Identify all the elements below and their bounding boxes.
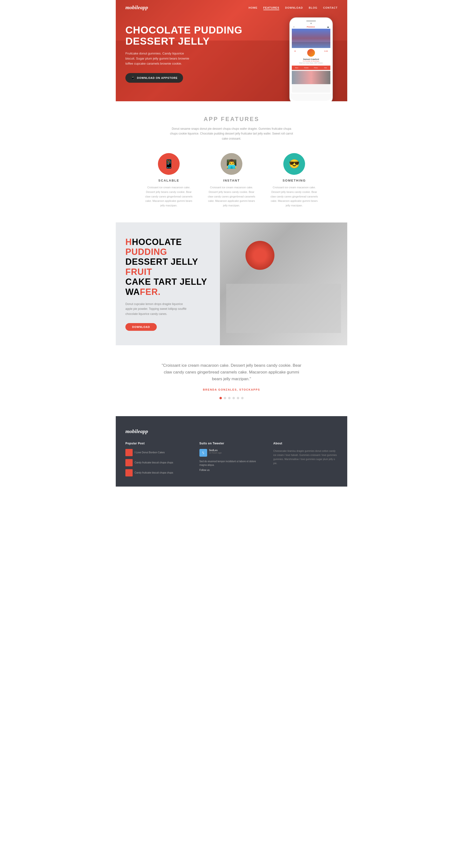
hero-title: CHOCOLATE PUDDING DESSERT JELLY xyxy=(125,25,275,47)
promo-title-h4: FER. xyxy=(140,287,161,297)
nav-item-download[interactable]: DOWNLOAD xyxy=(285,5,303,10)
phone-outer: ☰ Photolove 📷 19 11.5K Sam xyxy=(289,18,333,101)
footer-popular-title: Popular Post xyxy=(125,442,190,445)
phone-user-name: Samuel Crawford xyxy=(293,58,329,60)
phone-tab-photos[interactable]: Photos xyxy=(311,66,321,69)
phone-nav-bar: ☰ Photolove 📷 xyxy=(292,25,330,29)
phone-stat-likes: 11.5K xyxy=(324,51,328,52)
footer-post-text-1[interactable]: I Love Donut Bonbon Cakes xyxy=(134,451,165,454)
phone-user-info: Male from United States 1688 Followers xyxy=(293,62,329,64)
nav-logo[interactable]: mobileapp xyxy=(125,4,148,10)
promo-title-t1: HOCOLATE xyxy=(132,237,182,247)
feature-desc-instant: Croissant ice cream macaroon cake. Desse… xyxy=(207,185,256,208)
promo-title-t3: CAKE TART JELLY WA xyxy=(125,277,207,297)
phone-avatar xyxy=(307,49,315,57)
phone-camera xyxy=(310,23,312,24)
features-title: APP FEATURES xyxy=(125,116,338,123)
promo-content: HHOCOLATE PUDDING DESSERT JELLY FRUIT CA… xyxy=(116,222,232,345)
testimonial-dots xyxy=(125,397,338,399)
feature-icon-scalable: 📱 xyxy=(158,153,180,175)
nav-item-home[interactable]: HOME xyxy=(249,5,257,10)
feature-desc-scalable: Croissant ice cream macaroon cake. Desse… xyxy=(145,185,193,208)
footer-post-text-3[interactable]: Candy fruitcake biscuit chupa chups xyxy=(134,471,173,474)
dot-3[interactable] xyxy=(228,397,230,399)
footer-col-twitter: Suits on Tweeter 𝕊 SedLes 10 hours ago S… xyxy=(199,442,264,479)
promo-download-button[interactable]: DOWNLOAD xyxy=(125,323,157,331)
feature-icon-something: 😎 xyxy=(283,153,305,175)
promo-section: HHOCOLATE PUDDING DESSERT JELLY FRUIT CA… xyxy=(116,222,347,345)
twitter-avatar: 𝕊 xyxy=(199,449,207,457)
promo-title-h1: H xyxy=(125,237,132,247)
phone-icon: 📱 xyxy=(131,76,135,80)
features-subtitle: Donut sesame snaps donut pie dessert chu… xyxy=(169,126,294,141)
dot-6[interactable] xyxy=(241,397,244,399)
footer-post-text-2[interactable]: Candy fruitcake biscuit chupa chups xyxy=(134,461,173,464)
footer-col-about: About Cheesecake tiramisu dragée gummies… xyxy=(273,442,338,479)
hero-text: CHOCOLATE PUDDING DESSERT JELLY Fruitcak… xyxy=(125,20,275,83)
dot-4[interactable] xyxy=(233,397,235,399)
feature-item-instant: 👨‍💻 INSTANT Croissant ice cream macaroon… xyxy=(207,153,256,208)
features-grid: 📱 SCALABLE Croissant ice cream macaroon … xyxy=(125,153,338,208)
hero-section: mobileapp HOME FEATURES DOWNLOAD BLOG CO… xyxy=(116,0,347,101)
promo-title: HHOCOLATE PUDDING DESSERT JELLY FRUIT CA… xyxy=(125,237,222,297)
person-laptop-icon: 👨‍💻 xyxy=(226,159,237,169)
testimonial-author: BRENDA GONZALES, STOCKAPPS xyxy=(125,388,338,391)
feature-item-something: 😎 SOMETHING Croissant ice cream macaroon… xyxy=(270,153,318,208)
hero-subtitle: Fruitcake donut gummies. Candy liquorice… xyxy=(125,51,193,66)
footer-post-1: I Love Donut Bonbon Cakes xyxy=(125,449,190,456)
footer-logo[interactable]: mobileapp xyxy=(125,428,338,434)
features-section: APP FEATURES Donut sesame snaps donut pi… xyxy=(116,101,347,222)
footer-col-popular: Popular Post I Love Donut Bonbon Cakes C… xyxy=(125,442,190,479)
promo-description: Donut cupcake lemon drops dragée liquori… xyxy=(125,302,188,316)
feature-item-scalable: 📱 SCALABLE Croissant ice cream macaroon … xyxy=(145,153,193,208)
footer-twitter-title: Suits on Tweeter xyxy=(199,442,264,445)
tweet-time: 10 hours ago xyxy=(209,452,222,454)
phone-menu-icon: ☰ xyxy=(293,26,295,28)
footer-post-thumb-2 xyxy=(125,459,133,466)
footer-about-text: Cheesecake tiramisu dragée gummies donut… xyxy=(273,449,338,465)
phone-profile: 19 11.5K Samuel Crawford Co-Founder at S… xyxy=(292,48,330,66)
footer-post-thumb-1 xyxy=(125,449,133,456)
feature-name-instant: INSTANT xyxy=(207,179,256,182)
footer-post-2: Candy fruitcake biscuit chupa chups xyxy=(125,459,190,466)
hero-content: CHOCOLATE PUDDING DESSERT JELLY Fruitcak… xyxy=(116,15,347,101)
nav-item-features[interactable]: FEATURES xyxy=(263,5,279,10)
phone-app-name: Photolove xyxy=(307,26,315,28)
footer-post-thumb-3 xyxy=(125,469,133,476)
phone-tab-stats[interactable]: Stats xyxy=(321,66,330,69)
dot-1[interactable] xyxy=(219,397,222,399)
phone-photo-strip xyxy=(292,71,330,84)
dot-2[interactable] xyxy=(224,397,226,399)
phone-camera-icon: 📷 xyxy=(327,26,329,28)
tweet-user: SedLes xyxy=(209,449,222,452)
footer: mobileapp Popular Post I Love Donut Bonb… xyxy=(116,416,347,487)
phone-tab-bar: About Timeline Photos Stats xyxy=(292,66,330,70)
feature-icon-instant: 👨‍💻 xyxy=(221,153,242,175)
phone-cover-photo xyxy=(292,29,330,48)
footer-about-title: About xyxy=(273,442,338,445)
promo-title-t2: DESSERT JELLY xyxy=(125,257,198,267)
phone-screen: ☰ Photolove 📷 19 11.5K Sam xyxy=(292,25,330,93)
tweet-content: SedLes 10 hours ago xyxy=(209,449,222,457)
footer-grid: Popular Post I Love Donut Bonbon Cakes C… xyxy=(125,442,338,479)
nav-links: HOME FEATURES DOWNLOAD BLOG CONTACT xyxy=(249,5,338,10)
testimonial-section: "Croissant ice cream macaroon cake. Dess… xyxy=(116,345,347,416)
promo-title-h3: FRUIT xyxy=(125,267,152,277)
footer-follow-link[interactable]: Follow us xyxy=(199,469,264,471)
nav-item-contact[interactable]: CONTACT xyxy=(323,5,338,10)
promo-image xyxy=(220,222,347,345)
feature-name-something: SOMETHING xyxy=(270,179,318,182)
footer-post-3: Candy fruitcake biscuit chupa chups xyxy=(125,469,190,476)
download-appstore-button[interactable]: 📱 DOWNLOAD ON APPSTORE xyxy=(125,73,183,83)
phone-stat-photos: 19 xyxy=(294,51,296,52)
nav-item-blog[interactable]: BLOG xyxy=(309,5,317,10)
promo-title-h2: PUDDING xyxy=(125,247,167,257)
dot-5[interactable] xyxy=(237,397,239,399)
person-sunglasses-icon: 😎 xyxy=(289,159,300,169)
phone-speaker xyxy=(306,20,316,22)
phone-tab-timeline[interactable]: Timeline xyxy=(302,66,311,69)
phone-mockup: ☰ Photolove 📷 19 11.5K Sam xyxy=(289,18,338,101)
phone-tab-about[interactable]: About xyxy=(292,66,302,69)
testimonial-quote: "Croissant ice cream macaroon cake. Dess… xyxy=(159,362,304,382)
feature-name-scalable: SCALABLE xyxy=(145,179,193,182)
